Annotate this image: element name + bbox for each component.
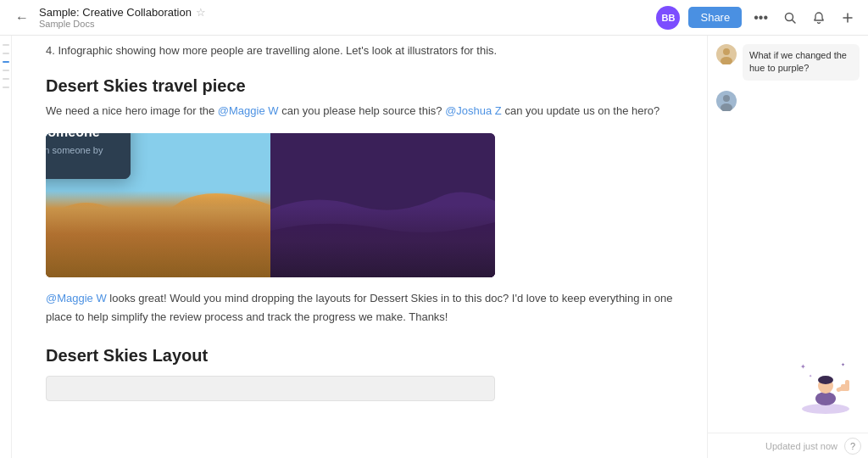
notifications-button[interactable] [809,8,829,28]
sidebar-line-1 [3,44,9,46]
avatar[interactable]: BB [656,6,680,30]
svg-point-11 [815,392,836,405]
search-button[interactable] [780,8,800,28]
more-options-button[interactable]: ••• [750,7,771,29]
share-button[interactable]: Share [688,7,742,28]
sidebar-line-active [3,61,9,63]
footer-bar: Updated just now ? [708,433,868,458]
topbar-right: BB Share ••• [656,6,858,30]
doc-title-text: Sample: Creative Collaboration [39,6,192,19]
comment-item-1: What if we changed the hue to purple? [716,44,860,81]
tooltip-bottom: TIP @Mention someone Type @ to mention s… [46,133,131,178]
tooltip-desc: Type @ to mention someone by name or ema… [46,144,120,170]
paragraph-text: @Maggie W looks great! Would you mind dr… [46,282,673,332]
body-text-end: can you update us on the hero? [502,104,659,117]
mention-joshua[interactable]: @Joshua Z [445,104,502,117]
thumbs-illustration: ✦ ✦ ✦ [792,356,860,407]
svg-point-8 [723,95,730,102]
topbar: ← Sample: Creative Collaboration ☆ Sampl… [0,0,868,36]
help-button[interactable]: ? [844,438,861,455]
svg-text:✦: ✦ [841,362,845,367]
svg-line-1 [793,20,796,23]
layout-preview [46,376,495,401]
left-sidebar [0,36,12,458]
back-button[interactable]: ← [10,8,34,27]
svg-point-13 [818,376,833,384]
body-text-before: We need a nice hero image for the [46,104,218,117]
star-icon[interactable]: ☆ [196,6,206,19]
paragraph-mention[interactable]: @Maggie W [46,292,107,304]
sidebar-line-5 [3,87,9,88]
doc-title: Sample: Creative Collaboration ☆ [39,6,206,19]
add-button[interactable] [837,8,858,28]
comment-avatar-2 [716,91,737,111]
comment-item-2 [716,91,860,111]
svg-rect-5 [270,133,495,277]
comment-bubble-1[interactable]: What if we changed the hue to purple? [743,44,860,81]
comment-text-1: What if we changed the hue to purple? [749,50,847,73]
sidebar-line-3 [3,70,9,71]
paragraph-rest: looks great! Would you mind dropping the… [46,292,673,322]
mention-tooltip: Attendees 🔵 @Kate S TIP @Mention someone… [46,133,131,178]
svg-rect-16 [841,384,849,391]
updated-text: Updated just now [765,441,837,451]
topbar-left: ← Sample: Creative Collaboration ☆ Sampl… [10,6,206,29]
main-layout: 4. Infographic showing how more people a… [0,36,868,458]
section-heading-2: Desert Skies Layout [46,332,673,372]
right-panel: What if we changed the hue to purple? [707,36,868,458]
desert-image: Attendees 🔵 @Kate S TIP @Mention someone… [46,133,495,277]
doc-title-group: Sample: Creative Collaboration ☆ Sample … [39,6,206,29]
body-text: We need a nice hero image for the @Maggi… [46,103,673,129]
sidebar-line-2 [3,53,9,54]
content-area: 4. Infographic showing how more people a… [12,36,707,458]
svg-point-7 [721,57,732,64]
sidebar-line-4 [3,78,9,80]
comment-avatar-1 [716,44,737,64]
body-text-mid: can you please help source this? [279,104,446,117]
svg-text:✦: ✦ [800,363,806,371]
numbered-item: 4. Infographic showing how more people a… [46,36,673,63]
svg-point-9 [721,103,732,111]
section-heading: Desert Skies travel piece [46,63,673,103]
tooltip-title: @Mention someone [46,133,120,140]
doc-subtitle: Sample Docs [39,19,206,29]
mention-maggie[interactable]: @Maggie W [218,104,279,117]
desert-right-half [270,133,495,277]
svg-text:✦: ✦ [809,373,812,378]
svg-point-6 [723,48,730,55]
